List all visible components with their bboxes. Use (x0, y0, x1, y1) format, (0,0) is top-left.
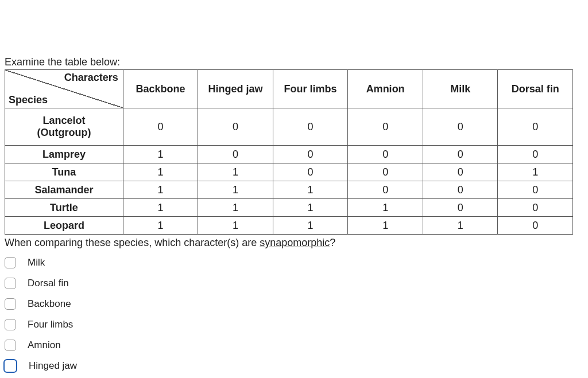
table-row: Turtle111100 (5, 199, 573, 217)
cell-value: 0 (123, 108, 198, 146)
cell-value: 1 (123, 146, 198, 163)
row-species: Turtle (5, 199, 123, 217)
answer-option[interactable]: Milk (5, 255, 583, 271)
row-species: Leopard (5, 217, 123, 235)
option-label: Backbone (28, 298, 71, 310)
checkbox-icon[interactable] (5, 278, 16, 289)
answer-option[interactable]: Dorsal fin (5, 275, 583, 291)
table-row: Salamander111000 (5, 181, 573, 199)
answer-option[interactable]: Amnion (5, 337, 583, 353)
cell-value: 0 (273, 146, 348, 163)
corner-label-characters: Characters (64, 72, 118, 84)
option-label: Four limbs (28, 319, 73, 330)
table-row: Leopard111110 (5, 217, 573, 235)
cell-value: 0 (348, 181, 423, 199)
option-label: Hinged jaw (29, 360, 77, 372)
cell-value: 0 (498, 181, 573, 199)
row-species: Salamander (5, 181, 123, 199)
cell-value: 1 (498, 163, 573, 181)
cell-value: 1 (273, 181, 348, 199)
character-table: Characters Species Backbone Hinged jaw F… (5, 69, 573, 235)
cell-value: 0 (273, 163, 348, 181)
corner-label-species: Species (9, 94, 48, 106)
checkbox-icon[interactable] (5, 298, 16, 310)
table-header-row: Characters Species Backbone Hinged jaw F… (5, 70, 573, 108)
cell-value: 1 (348, 199, 423, 217)
row-species: Tuna (5, 163, 123, 181)
cell-value: 0 (423, 199, 498, 217)
cell-value: 1 (198, 199, 273, 217)
cell-value: 1 (123, 181, 198, 199)
cell-value: 1 (123, 163, 198, 181)
col-header: Dorsal fin (498, 70, 573, 108)
question-term: synapomorphic (260, 237, 330, 248)
checkbox-icon[interactable] (5, 340, 16, 351)
col-header: Backbone (123, 70, 198, 108)
cell-value: 1 (198, 181, 273, 199)
cell-value: 0 (348, 108, 423, 146)
answer-option[interactable]: Four limbs (5, 317, 583, 333)
cell-value: 0 (423, 146, 498, 163)
cell-value: 1 (123, 217, 198, 235)
row-species: Lancelot(Outgroup) (5, 108, 123, 146)
intro-text: Examine the table below: (5, 56, 583, 68)
option-label: Amnion (28, 340, 61, 351)
cell-value: 0 (498, 108, 573, 146)
col-header: Hinged jaw (198, 70, 273, 108)
col-header: Four limbs (273, 70, 348, 108)
col-header: Milk (423, 70, 498, 108)
question-post: ? (330, 237, 335, 248)
col-header: Amnion (348, 70, 423, 108)
cell-value: 1 (273, 217, 348, 235)
table-row: Lamprey100000 (5, 146, 573, 163)
row-species: Lamprey (5, 146, 123, 163)
option-label: Milk (28, 257, 45, 268)
cell-value: 0 (423, 181, 498, 199)
checkbox-icon[interactable] (5, 257, 16, 268)
cell-value: 1 (273, 199, 348, 217)
answer-option[interactable]: Backbone (5, 296, 583, 312)
answer-options: MilkDorsal finBackboneFour limbsAmnionHi… (5, 255, 583, 374)
answer-option[interactable]: Hinged jaw (5, 358, 583, 374)
option-label: Dorsal fin (28, 278, 69, 289)
cell-value: 0 (348, 163, 423, 181)
cell-value: 1 (348, 217, 423, 235)
cell-value: 0 (198, 108, 273, 146)
cell-value: 1 (198, 163, 273, 181)
cell-value: 0 (423, 163, 498, 181)
cell-value: 0 (498, 146, 573, 163)
table-row: Lancelot(Outgroup)000000 (5, 108, 573, 146)
table-row: Tuna110001 (5, 163, 573, 181)
question-pre: When comparing these species, which char… (5, 237, 260, 248)
cell-value: 0 (198, 146, 273, 163)
question-text: When comparing these species, which char… (5, 237, 583, 249)
table-body: Lancelot(Outgroup)000000Lamprey100000Tun… (5, 108, 573, 235)
checkbox-icon[interactable] (3, 359, 17, 373)
cell-value: 0 (498, 217, 573, 235)
table-corner-cell: Characters Species (5, 70, 123, 108)
cell-value: 0 (498, 199, 573, 217)
cell-value: 0 (348, 146, 423, 163)
cell-value: 0 (273, 108, 348, 146)
cell-value: 1 (198, 217, 273, 235)
cell-value: 1 (123, 199, 198, 217)
checkbox-icon[interactable] (5, 319, 16, 330)
cell-value: 0 (423, 108, 498, 146)
cell-value: 1 (423, 217, 498, 235)
